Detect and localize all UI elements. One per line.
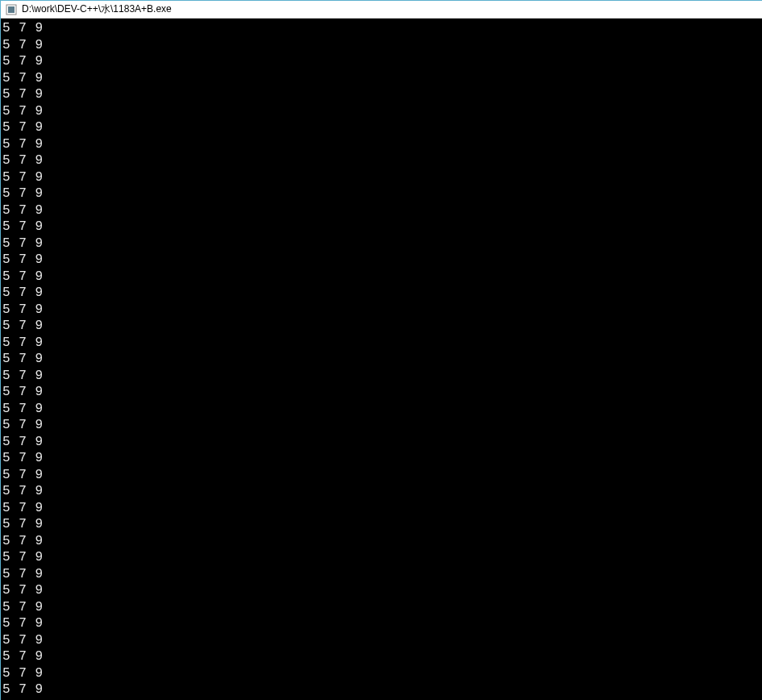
console-line: 5 7 9 [1,632,762,649]
console-line: 5 7 9 [1,235,762,252]
console-line: 5 7 9 [1,665,762,682]
console-line: 5 7 9 [1,384,762,401]
console-output[interactable]: 5 7 95 7 95 7 95 7 95 7 95 7 95 7 95 7 9… [1,19,762,700]
console-line: 5 7 9 [1,152,762,169]
console-line: 5 7 9 [1,351,762,368]
console-line: 5 7 9 [1,566,762,583]
console-line: 5 7 9 [1,285,762,302]
console-line: 5 7 9 [1,103,762,120]
console-line: 5 7 9 [1,302,762,319]
console-line: 5 7 9 [1,599,762,616]
console-line: 5 7 9 [1,269,762,285]
console-line: 5 7 9 [1,516,762,533]
console-line: 5 7 9 [1,37,762,54]
console-line: 5 7 9 [1,185,762,202]
console-line: 5 7 9 [1,86,762,103]
app-icon [6,4,17,15]
console-line: 5 7 9 [1,20,762,37]
console-line: 5 7 9 [1,368,762,385]
console-line: 5 7 9 [1,549,762,566]
console-line: 5 7 9 [1,252,762,269]
console-line: 5 7 9 [1,533,762,550]
console-line: 5 7 9 [1,169,762,186]
console-line: 5 7 9 [1,335,762,352]
console-line: 5 7 9 [1,615,762,632]
console-line: 5 7 9 [1,202,762,219]
console-line: 5 7 9 [1,401,762,418]
console-line: 5 7 9 [1,318,762,335]
console-line: 5 7 9 [1,70,762,87]
console-line: 5 7 9 [1,648,762,665]
console-line: 5 7 9 [1,53,762,70]
window-title: D:\work\DEV-C++\水\1183A+B.exe [22,2,172,16]
svg-rect-1 [8,6,15,13]
console-line: 5 7 9 [1,681,762,698]
window-titlebar[interactable]: D:\work\DEV-C++\水\1183A+B.exe [1,1,762,19]
console-line: 5 7 9 [1,417,762,434]
console-line: 5 7 9 [1,136,762,153]
console-line: 5 7 9 [1,434,762,451]
console-line: 5 7 9 [1,219,762,235]
console-line: 5 7 9 [1,467,762,484]
console-line: 5 7 9 [1,483,762,500]
console-line: 5 7 9 [1,450,762,467]
console-line: 5 7 9 [1,582,762,599]
console-line: 5 7 9 [1,500,762,517]
console-line: 5 7 9 [1,119,762,136]
